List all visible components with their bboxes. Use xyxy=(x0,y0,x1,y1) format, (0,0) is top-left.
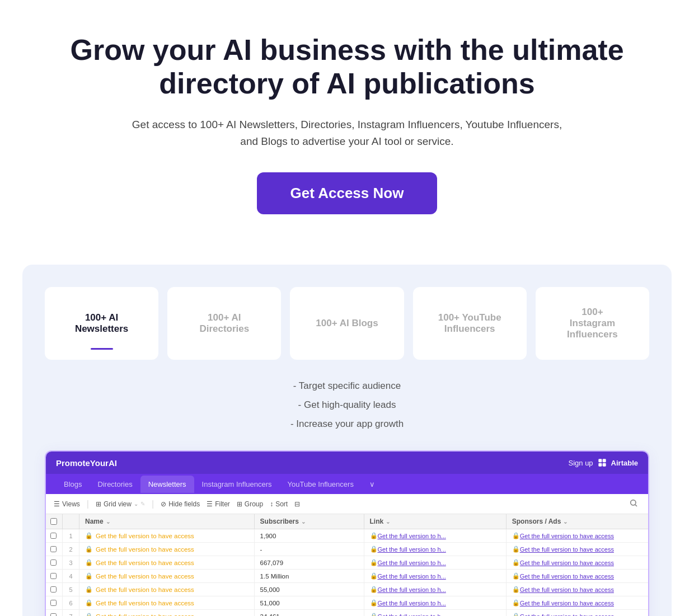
row-link: 🔒 Get the full version to h... xyxy=(364,556,507,569)
row-sponsors-text[interactable]: Get the full version to have access xyxy=(520,613,614,616)
link-lock-icon: 🔒 xyxy=(370,559,378,566)
row-name: 🔒 Get the full version to have access xyxy=(79,529,255,542)
more-button[interactable]: ⊟ xyxy=(294,500,300,508)
th-sponsors[interactable]: Sponsors / Ads ⌄ xyxy=(507,514,648,529)
row-sponsors-text[interactable]: Get the full version to have access xyxy=(520,586,614,593)
row-name: 🔒 Get the full version to have access xyxy=(79,583,255,596)
row-check-input[interactable] xyxy=(50,573,57,579)
row-name: 🔒 Get the full version to have access xyxy=(79,556,255,569)
sort-button[interactable]: ↕ Sort xyxy=(270,500,288,508)
row-sponsors-text[interactable]: Get the full version to have access xyxy=(520,573,614,580)
row-link-text[interactable]: Get the full version to h... xyxy=(378,600,446,606)
row-link: 🔒 Get the full version to h... xyxy=(364,570,507,582)
row-check-input[interactable] xyxy=(50,559,57,566)
features-section: 100+ AINewsletters 100+ AIDirectories 10… xyxy=(22,265,672,616)
data-table: Name ⌄ Subscribers ⌄ Link ⌄ Sponsors / A… xyxy=(46,514,648,616)
row-subscribers: - xyxy=(255,543,364,556)
row-checkbox xyxy=(46,596,63,609)
row-name-text: Get the full version to have access xyxy=(96,573,194,580)
select-all-checkbox[interactable] xyxy=(50,518,57,525)
row-sponsors-text[interactable]: Get the full version to have access xyxy=(520,559,614,566)
th-row-num xyxy=(63,514,79,529)
app-toolbar: ☰ Views | ⊞ Grid view ⌄ ✎ | ⊘ Hide field… xyxy=(46,494,648,514)
row-link: 🔒 Get the full version to h... xyxy=(364,529,507,542)
nav-youtube[interactable]: YouTube Influencers xyxy=(280,476,362,493)
row-sponsors-text[interactable]: Get the full version to have access xyxy=(520,546,614,553)
row-link-text[interactable]: Get the full version to h... xyxy=(378,546,446,553)
th-link[interactable]: Link ⌄ xyxy=(364,514,507,529)
row-link-text[interactable]: Get the full version to h... xyxy=(378,559,446,566)
row-name: 🔒 Get the full version to have access xyxy=(79,596,255,609)
row-link-text[interactable]: Get the full version to h... xyxy=(378,586,446,593)
views-button[interactable]: ☰ Views xyxy=(54,500,80,508)
th-checkbox xyxy=(46,514,63,529)
link-lock-icon: 🔒 xyxy=(370,572,378,580)
row-check-input[interactable] xyxy=(50,613,57,616)
category-tab-blogs[interactable]: 100+ AI Blogs xyxy=(290,287,404,360)
category-tab-newsletters[interactable]: 100+ AINewsletters xyxy=(45,287,158,360)
th-name[interactable]: Name ⌄ xyxy=(79,514,255,529)
th-subscribers[interactable]: Subscribers ⌄ xyxy=(255,514,364,529)
row-check-input[interactable] xyxy=(50,600,57,606)
nav-newsletters[interactable]: Newsletters xyxy=(140,476,194,493)
row-subscribers: 51,000 xyxy=(255,596,364,609)
category-tab-youtube[interactable]: 100+ YouTubeInfluencers xyxy=(413,287,527,360)
row-number: 5 xyxy=(63,583,79,596)
row-name-text: Get the full version to have access xyxy=(96,546,194,553)
toolbar-divider-2: | xyxy=(152,499,154,509)
row-name: 🔒 Get the full version to have access xyxy=(79,610,255,616)
lock-icon: 🔒 xyxy=(85,572,93,580)
row-link: 🔒 Get the full version to h... xyxy=(364,543,507,556)
row-sponsors-text[interactable]: Get the full version to have access xyxy=(520,600,614,606)
row-name-text: Get the full version to have access xyxy=(96,613,194,616)
row-sponsors: 🔒 Get the full version to have access xyxy=(507,596,648,609)
benefit-2: - Get high-quality leads xyxy=(45,396,649,415)
name-sort-icon: ⌄ xyxy=(106,519,110,525)
row-name-text: Get the full version to have access xyxy=(96,559,194,566)
benefits-list: - Target specific audience - Get high-qu… xyxy=(45,377,649,434)
app-screenshot: PromoteYourAI Sign up Airtable Blogs Dir… xyxy=(45,450,649,616)
row-checkbox xyxy=(46,610,63,616)
filter-button[interactable]: ☰ Filter xyxy=(207,500,230,508)
row-check-input[interactable] xyxy=(50,546,57,552)
link-lock-icon: 🔒 xyxy=(370,599,378,606)
row-sponsors: 🔒 Get the full version to have access xyxy=(507,570,648,582)
category-tab-instagram[interactable]: 100+InstagramInfluencers xyxy=(536,287,649,360)
row-sponsors-text[interactable]: Get the full version to have access xyxy=(520,533,614,539)
lock-icon: 🔒 xyxy=(85,532,93,539)
row-link-text[interactable]: Get the full version to h... xyxy=(378,613,446,616)
category-tab-directories[interactable]: 100+ AIDirectories xyxy=(167,287,281,360)
nav-blogs[interactable]: Blogs xyxy=(56,476,90,493)
row-link-text[interactable]: Get the full version to h... xyxy=(378,533,446,539)
hero-title: Grow your AI business with the ultimate … xyxy=(67,34,627,101)
grid-view-button[interactable]: ⊞ Grid view ⌄ ✎ xyxy=(96,500,145,508)
benefit-3: - Increase your app growth xyxy=(45,415,649,434)
sponsors-lock-icon: 🔒 xyxy=(512,613,520,616)
group-button[interactable]: ⊞ Group xyxy=(237,500,263,508)
row-sponsors: 🔒 Get the full version to have access xyxy=(507,556,648,569)
cta-button[interactable]: Get Access Now xyxy=(257,172,438,214)
row-check-input[interactable] xyxy=(50,533,57,539)
nav-more[interactable]: ∨ xyxy=(362,476,383,493)
row-checkbox xyxy=(46,543,63,556)
sponsors-lock-icon: 🔒 xyxy=(512,586,520,593)
link-lock-icon: 🔒 xyxy=(370,586,378,593)
row-number: 6 xyxy=(63,596,79,609)
svg-rect-2 xyxy=(598,463,602,467)
row-number: 7 xyxy=(63,610,79,616)
row-check-input[interactable] xyxy=(50,586,57,593)
row-subscribers: 1,900 xyxy=(255,529,364,542)
airtable-label: Airtable xyxy=(611,459,638,467)
row-link-text[interactable]: Get the full version to h... xyxy=(378,573,446,580)
hero-subtitle: Get access to 100+ AI Newsletters, Direc… xyxy=(123,116,571,151)
hide-fields-button[interactable]: ⊘ Hide fields xyxy=(161,500,200,508)
search-icon[interactable] xyxy=(629,499,640,510)
table-header: Name ⌄ Subscribers ⌄ Link ⌄ Sponsors / A… xyxy=(46,514,648,529)
lock-icon: 🔒 xyxy=(85,613,93,616)
lock-icon: 🔒 xyxy=(85,599,93,606)
table-row: 2 🔒 Get the full version to have access … xyxy=(46,543,648,556)
sponsors-lock-icon: 🔒 xyxy=(512,599,520,606)
nav-directories[interactable]: Directories xyxy=(90,476,140,493)
svg-rect-0 xyxy=(598,459,602,463)
nav-instagram[interactable]: Instagram Influencers xyxy=(194,476,280,493)
